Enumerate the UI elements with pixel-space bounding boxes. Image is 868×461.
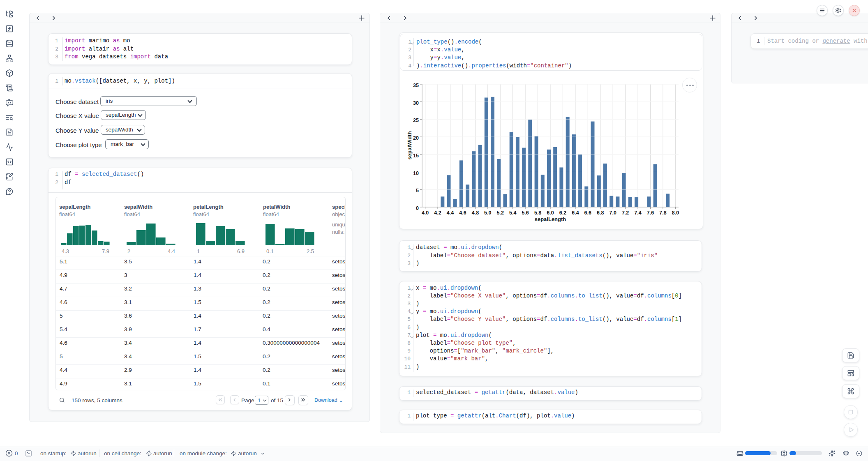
svg-text:5: 5	[416, 188, 419, 194]
svg-text:4.2: 4.2	[434, 210, 441, 216]
svg-text:35: 35	[413, 83, 419, 88]
svg-text:4.6: 4.6	[459, 210, 466, 216]
svg-text:15: 15	[413, 153, 419, 159]
svg-text:7.2: 7.2	[622, 210, 629, 216]
svg-text:20: 20	[413, 135, 419, 141]
svg-text:5.2: 5.2	[497, 210, 504, 216]
svg-text:8.0: 8.0	[672, 210, 679, 216]
svg-text:6.0: 6.0	[547, 210, 554, 216]
svg-text:7.0: 7.0	[609, 210, 616, 216]
svg-text:10: 10	[413, 171, 419, 176]
svg-text:0: 0	[416, 205, 419, 211]
svg-text:5.8: 5.8	[534, 210, 541, 216]
svg-text:25: 25	[413, 118, 419, 123]
svg-text:5.0: 5.0	[484, 210, 491, 216]
svg-text:4.4: 4.4	[447, 210, 454, 216]
svg-text:6.8: 6.8	[597, 210, 604, 216]
svg-text:30: 30	[413, 100, 419, 106]
svg-text:sepalLength: sepalLength	[535, 216, 566, 222]
svg-text:5.4: 5.4	[509, 210, 516, 216]
svg-text:7.8: 7.8	[659, 210, 666, 216]
svg-text:sepalWidth: sepalWidth	[406, 131, 413, 159]
svg-text:6.2: 6.2	[559, 210, 566, 216]
svg-text:7.6: 7.6	[647, 210, 654, 216]
svg-text:6.4: 6.4	[572, 210, 579, 216]
svg-text:6.6: 6.6	[584, 210, 591, 216]
svg-text:4.0: 4.0	[422, 210, 429, 216]
svg-text:7.4: 7.4	[634, 210, 641, 216]
svg-text:4.8: 4.8	[472, 210, 479, 216]
svg-text:5.6: 5.6	[522, 210, 529, 216]
